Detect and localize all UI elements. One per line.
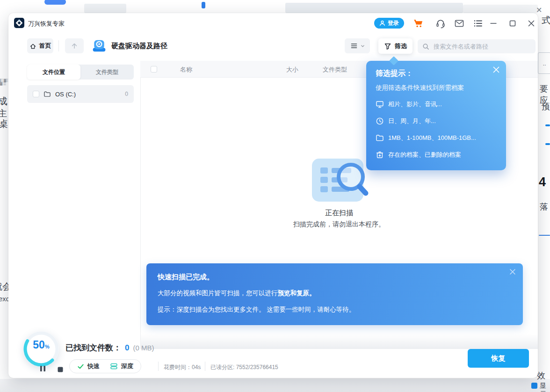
background-block [84, 4, 126, 13]
drive-count: 0 [125, 91, 128, 97]
stop-button[interactable] [58, 366, 63, 374]
recover-button[interactable]: 恢复 [468, 349, 529, 368]
footer-divider [158, 362, 159, 371]
partitions-read: 已读分区: 7552/235766415 [210, 363, 278, 371]
person-icon [379, 20, 385, 26]
background-text: 桌 [0, 118, 8, 130]
app-logo-icon [14, 18, 24, 28]
drive-icon [92, 38, 107, 53]
scan-status-title: 正在扫描 [140, 209, 538, 218]
folder-icon [43, 91, 51, 97]
search-input[interactable] [433, 43, 531, 51]
background-rule [539, 235, 550, 236]
popup-item-dates: 日、周、月、年... [376, 117, 436, 125]
select-all-checkbox[interactable] [151, 66, 157, 73]
sidebar-item-drive-c[interactable]: OS (C:) 0 [27, 85, 134, 103]
scan-progress-circle: 50% [22, 329, 61, 369]
background-text: 显示预览 [540, 382, 550, 392]
location-title: 硬盘驱动器及路径 [111, 42, 167, 51]
banner-title: 快速扫描已完成。 [158, 273, 214, 282]
list-view-icon [350, 42, 358, 50]
navigate-up-button[interactable] [65, 38, 84, 53]
background-mark [545, 143, 550, 145]
clock-icon [376, 117, 384, 125]
search-box[interactable] [418, 39, 536, 53]
view-mode-button[interactable] [345, 38, 370, 53]
drive-checkbox[interactable] [33, 91, 39, 97]
deep-scan-label: 深度 [121, 362, 133, 370]
home-button[interactable]: 首页 [27, 38, 53, 53]
column-file-type[interactable]: 文件类型 [323, 65, 347, 74]
chevron-down-icon [361, 44, 365, 48]
popup-item-file-types: 相片、影片、音讯... [376, 100, 442, 109]
found-files-label: 已找到文件数： [65, 342, 121, 353]
popup-item-deleted: 存在的档案、已删除的档案 [376, 151, 461, 159]
deep-scan-icon [110, 363, 118, 370]
arrow-up-icon [71, 42, 78, 50]
background-pill [44, 0, 66, 5]
background-noise: ▓▒░▓▒▒▓░▒ [0, 79, 7, 85]
support-headset-icon[interactable] [435, 18, 446, 29]
trash-icon [376, 151, 384, 159]
menu-list-icon[interactable] [472, 18, 484, 29]
home-icon [29, 43, 36, 50]
tab-file-type[interactable]: 文件类型 [80, 65, 134, 80]
pause-button[interactable] [40, 365, 46, 374]
banner-tip: 提示：深度扫描会为您找出更多文件。 这需要一些时间，请耐心等待。 [158, 305, 355, 314]
banner-close-icon[interactable] [509, 268, 516, 276]
toolbar-divider [58, 40, 59, 51]
drive-name: OS (C:) [55, 91, 121, 98]
app-window: 万兴恢复专家 登录 首页 硬盘驱动器及路径 筛选 [8, 13, 538, 378]
check-icon [77, 363, 84, 370]
scan-mode-pill: 快速 深度 [69, 359, 141, 373]
popup-subtitle: 使用筛选条件快速找到所需档案 [376, 84, 464, 92]
column-size[interactable]: 大小 [286, 65, 298, 74]
background-text: 预 [542, 101, 550, 112]
popup-item-label: 相片、影片、音讯... [388, 100, 442, 109]
login-button[interactable]: 登录 [374, 18, 404, 29]
banner-body-text: 大部分的视频和图片皆可扫描，您可以进行 [158, 290, 278, 297]
close-button[interactable] [526, 18, 537, 29]
popup-item-label: 1MB、1-100MB、100MB-1GB... [388, 134, 476, 142]
sidebar-divider [140, 61, 141, 349]
filter-tip-popup: 筛选提示： 使用筛选条件快速找到所需档案 相片、影片、音讯... 日、周、月、年… [366, 61, 506, 170]
scan-status-subtitle: 扫描完成前，请勿退出本程序。 [140, 220, 538, 229]
background-text: 成 [0, 95, 7, 108]
deep-scan-mode: 深度 [110, 362, 133, 370]
found-files-line: 已找到文件数： 0 (0 MB) [65, 342, 154, 353]
popup-item-label: 日、周、月、年... [388, 117, 436, 125]
background-glyph [202, 2, 205, 8]
content-bottom-fade [141, 334, 538, 349]
monitor-icon [376, 100, 384, 109]
login-label: 登录 [388, 19, 399, 27]
popup-title: 筛选提示： [376, 69, 413, 79]
minimize-button[interactable] [488, 18, 499, 29]
column-name[interactable]: 名称 [180, 65, 192, 74]
quick-scan-mode: 快速 [77, 362, 100, 370]
quick-scan-banner: 快速扫描已完成。 大部分的视频和图片皆可扫描，您可以进行预览和复原。 提示：深度… [146, 263, 523, 325]
filter-button[interactable]: 筛选 [378, 38, 412, 54]
popup-item-label: 存在的档案、已删除的档案 [388, 151, 461, 159]
found-files-count: 0 [125, 343, 129, 353]
popup-close-icon[interactable] [492, 65, 500, 74]
time-spent: 花费时间：04s [164, 363, 201, 371]
background-block [285, 3, 463, 13]
background-desktop-gradient [0, 379, 550, 392]
feedback-mail-icon[interactable] [454, 18, 465, 29]
filter-label: 筛选 [395, 42, 407, 51]
search-icon [422, 43, 429, 50]
background-checkbox [531, 383, 537, 389]
footer-divider [205, 362, 205, 371]
sidebar-tabs: 文件位置 文件类型 [27, 65, 134, 80]
funnel-icon [384, 43, 391, 50]
home-label: 首页 [39, 42, 51, 50]
background-box: .. [538, 52, 550, 74]
maximize-button[interactable] [507, 18, 518, 29]
popup-item-sizes: 1MB、1-100MB、100MB-1GB... [376, 134, 476, 142]
background-block [463, 5, 538, 13]
cart-icon[interactable] [412, 18, 424, 29]
progress-percent: 50% [22, 339, 61, 351]
found-files-size: (0 MB) [133, 344, 154, 352]
window-title: 万兴恢复专家 [28, 20, 65, 28]
tab-file-location[interactable]: 文件位置 [27, 65, 80, 80]
